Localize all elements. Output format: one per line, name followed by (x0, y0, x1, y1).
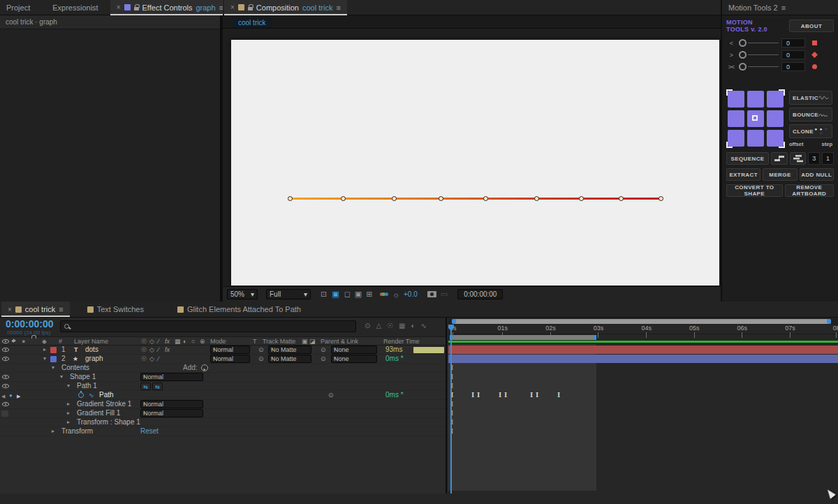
blend-mode-select[interactable]: Normal▾ (140, 409, 203, 417)
slider-track[interactable] (748, 43, 779, 43)
merge-button[interactable]: MERGE (763, 168, 797, 181)
work-area-bar[interactable] (450, 335, 596, 340)
work-area-end-handle[interactable] (594, 335, 596, 340)
slider-knob[interactable] (739, 63, 747, 71)
show-snapshot-icon[interactable]: ▭ (441, 290, 448, 299)
prop-label[interactable]: Contents (61, 364, 89, 372)
tab-timeline-cool-trick[interactable]: × cool trick ≡ (1, 302, 70, 317)
slider-knob[interactable] (739, 39, 747, 47)
add-button[interactable]: ▸ (201, 364, 208, 371)
slider-value-field[interactable]: 0 (781, 50, 805, 59)
keyframe-icon[interactable]: I (471, 391, 474, 400)
reset-link[interactable]: Reset (140, 427, 159, 436)
twirl-icon[interactable]: ▸ (43, 346, 46, 354)
keyframe-icon[interactable]: I (499, 391, 501, 400)
mini-flowchart-icon[interactable]: ⊙ (365, 322, 370, 329)
panel-menu-icon[interactable]: ≡ (781, 3, 786, 12)
graph-include-icon[interactable]: ∿ (89, 391, 94, 399)
sequence-button[interactable]: SEQUENCE (726, 152, 769, 165)
tab-effect-controls[interactable]: × Effect Controls graph ≡ (110, 0, 230, 15)
mode-header[interactable]: Mode (210, 338, 226, 345)
navigator-bar[interactable] (452, 319, 831, 324)
path-vertex-dot[interactable] (659, 196, 663, 201)
lock-icon[interactable] (248, 7, 253, 10)
path-vertex-dot[interactable] (534, 196, 539, 201)
anchor-grid-cell[interactable] (728, 91, 744, 108)
motion-blur-icon[interactable]: ◐ (411, 322, 416, 329)
pickwhip-icon[interactable]: ⊙ (321, 346, 326, 354)
prop-row-path1[interactable]: ▾ Path 1 ⇆ ⇆ (0, 382, 446, 391)
twirl-icon[interactable]: ▸ (67, 409, 70, 417)
about-button[interactable]: ABOUT (789, 20, 834, 32)
path-vertex-dot[interactable] (579, 196, 584, 201)
exposure-value[interactable]: +0.0 (404, 290, 418, 298)
anchor-grid-cell[interactable] (747, 110, 764, 127)
layer-name[interactable]: dots (85, 346, 98, 354)
prop-label[interactable]: Path 1 (77, 382, 97, 390)
track-matte-header[interactable]: Track Matte (263, 338, 295, 345)
mode-select[interactable]: Normal▾ (210, 355, 250, 363)
pixel-aspect-icon[interactable]: ⊞ (366, 290, 372, 299)
panel-menu-icon[interactable]: ≡ (59, 305, 63, 313)
step-label[interactable]: step (822, 141, 832, 147)
region-of-interest-icon[interactable]: ▣ (331, 290, 339, 299)
prop-label[interactable]: Shape 1 (70, 373, 96, 381)
layer-name[interactable]: graph (85, 355, 103, 363)
prop-label[interactable]: Path (99, 391, 114, 399)
shy-toggle[interactable]: ☉ (141, 355, 147, 363)
keyframe-icon[interactable]: I (536, 391, 538, 400)
pickwhip-icon[interactable]: ⊙ (258, 346, 264, 354)
hide-shy-icon[interactable]: ☉ (387, 322, 393, 329)
prop-row-path[interactable]: ◀ ● ▶ ∿ Path ⊙ 0ms * (0, 391, 446, 400)
resolution-select[interactable]: Full ▾ (266, 289, 311, 299)
prop-row-contents[interactable]: ▾ Contents Add: ▸ (0, 364, 446, 373)
twirl-icon[interactable]: ▾ (60, 373, 63, 381)
tab-motion-tools[interactable]: Motion Tools 2 ≡ (722, 0, 792, 15)
path-vertex-dot[interactable] (392, 196, 397, 201)
parent-select[interactable]: None▾ (331, 355, 377, 363)
exposure-icon[interactable]: ☼ (392, 290, 399, 299)
timeline-navigator[interactable] (448, 318, 838, 325)
quality-toggle[interactable]: ∕ (158, 355, 159, 363)
twirl-icon[interactable]: ▾ (43, 355, 46, 363)
fx-toggle[interactable]: fx (165, 346, 170, 354)
keyframe-icon[interactable]: I (477, 391, 480, 400)
quality-toggle[interactable]: ∕ (158, 346, 159, 354)
tab-composition[interactable]: × Composition cool trick ≡ (224, 0, 347, 15)
prop-row-transform[interactable]: ▸ Transform Reset (0, 427, 446, 436)
remove-artboard-button[interactable]: REMOVE ARTBOARD (785, 184, 834, 197)
mask-visibility-icon[interactable]: ▣ (355, 290, 362, 299)
collapse-toggle[interactable]: ◇ (149, 346, 154, 354)
layer-row-dots[interactable]: ▸ 1 T dots ☉ ◇ ∕ fx Normal▾ ⊙ No Matte▾ … (0, 346, 446, 355)
shy-toggle[interactable]: ☉ (141, 346, 147, 354)
convert-to-shape-button[interactable]: CONVERT TO SHAPE (726, 184, 783, 197)
sequence-stagger-icon[interactable] (771, 152, 788, 165)
sequence-count-field[interactable]: 3 (808, 152, 820, 165)
offset-label[interactable]: offset (789, 141, 803, 147)
anchor-grid-cell[interactable] (747, 130, 764, 147)
frame-blend-icon[interactable]: ▦ (399, 322, 405, 329)
path-vertex-dot[interactable] (439, 196, 443, 201)
tab-expressionist[interactable]: Expressionist (46, 0, 104, 15)
blend-mode-select[interactable]: Normal▾ (140, 373, 203, 381)
slider-track[interactable] (748, 66, 779, 67)
current-timecode[interactable]: 0:00:00:00 (0, 319, 54, 329)
clone-button[interactable]: CLONE ● ● ○ ○ (789, 124, 832, 138)
bounce-button[interactable]: BOUNCE (789, 108, 832, 121)
timeline-ruler[interactable]: 0s01s02s03s04s05s06s07s08 (448, 325, 838, 334)
tab-timeline-glitch-elements[interactable]: Glitch Elements Attached To Path (171, 302, 307, 317)
slider-knob[interactable] (739, 51, 747, 59)
pickwhip-icon[interactable]: ⊙ (258, 355, 264, 363)
close-icon[interactable]: × (230, 3, 235, 11)
timeline-search-input[interactable] (60, 320, 356, 332)
prop-label[interactable]: Gradient Fill 1 (77, 409, 120, 417)
render-time-header[interactable]: Render Time (383, 338, 420, 345)
twirl-icon[interactable]: ▸ (52, 427, 54, 436)
prop-label[interactable]: Gradient Stroke 1 (77, 400, 131, 408)
tab-timeline-text-switches[interactable]: Text Switches (81, 302, 150, 317)
sequence-step-field[interactable]: 1 (822, 152, 834, 165)
collapse-toggle[interactable]: ◇ (149, 355, 154, 363)
keyframe-icon[interactable]: I (530, 391, 533, 400)
navigator-handle-left[interactable] (452, 319, 456, 324)
prop-label[interactable]: Transform (61, 427, 93, 436)
